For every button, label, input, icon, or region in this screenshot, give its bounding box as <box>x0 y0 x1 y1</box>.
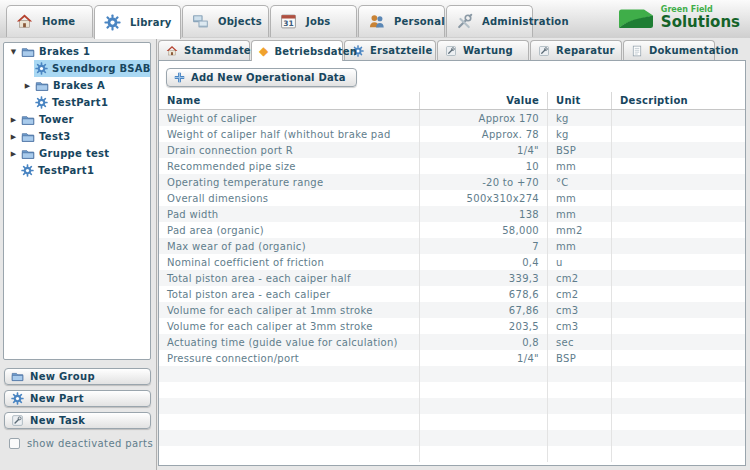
nav-tab-bar: HomeLibraryObjects31JobsPersonalAdminist… <box>6 5 534 39</box>
cell-name: Pad area (organic) <box>159 222 419 238</box>
new-part-button[interactable]: New Part <box>4 390 151 407</box>
greenfield-logo-icon <box>617 5 655 32</box>
cell-description <box>611 190 745 206</box>
expand-arrow-icon[interactable]: ▶ <box>7 116 20 124</box>
cell-description <box>611 158 745 174</box>
gear-icon <box>104 14 121 31</box>
new-task-button[interactable]: New Task <box>4 412 151 429</box>
cell-value: 500x310x274 <box>419 190 547 206</box>
nav-tab-objects[interactable]: Objects <box>182 5 269 37</box>
cell-unit: sec <box>547 334 611 350</box>
table-row[interactable]: Volume for each caliper at 3mm stroke203… <box>159 318 745 334</box>
cell-value <box>419 398 547 414</box>
cell-name: Total piston area - each caliper <box>159 286 419 302</box>
expand-arrow-icon[interactable]: ▶ <box>7 133 20 141</box>
tree-item-label: Test3 <box>39 131 70 142</box>
cell-unit: u <box>547 254 611 270</box>
column-header-description[interactable]: Description <box>611 92 745 109</box>
table-row[interactable]: Weight of caliperApprox 170kg <box>159 110 745 126</box>
tab-stammdaten[interactable]: Stammdaten <box>158 40 250 60</box>
tree-item-gruppe-test[interactable]: ▶Gruppe test <box>4 145 150 162</box>
tools-icon <box>456 13 473 30</box>
cell-name <box>159 398 419 414</box>
cell-value: 7 <box>419 238 547 254</box>
tree-item-label: TestPart1 <box>38 165 94 176</box>
show-deactivated-checkbox[interactable] <box>9 438 20 449</box>
tab-ersatzteile[interactable]: Ersatzteile <box>344 40 436 60</box>
table-row[interactable]: Pressure connection/port1/4"BSP <box>159 350 745 366</box>
tab-reparatur[interactable]: Reparatur <box>530 40 622 60</box>
tree-item-label: Gruppe test <box>39 148 109 159</box>
cell-description <box>611 206 745 222</box>
table-row[interactable]: Drain connection port R1/4"BSP <box>159 142 745 158</box>
nav-tab-label: Personal <box>394 16 445 27</box>
add-operational-data-button[interactable]: Add New Operational Data <box>166 68 357 87</box>
cell-description <box>611 446 745 462</box>
content-tab-bar: Stammdaten◆BetriebsdatenErsatzteileWartu… <box>158 40 716 61</box>
expand-arrow-icon[interactable]: ▶ <box>7 150 20 158</box>
table-body: Weight of caliperApprox 170kgWeight of c… <box>159 110 745 462</box>
table-row[interactable]: Volume for each caliper at 1mm stroke67,… <box>159 302 745 318</box>
tree-item-testpart1[interactable]: TestPart1 <box>4 162 150 179</box>
cell-description <box>611 222 745 238</box>
nav-tab-personal[interactable]: Personal <box>358 5 445 37</box>
cell-description <box>611 318 745 334</box>
cell-unit: mm <box>547 190 611 206</box>
tree-item-test3[interactable]: ▶Test3 <box>4 128 150 145</box>
cell-value: 0,4 <box>419 254 547 270</box>
nav-tab-label: Library <box>130 17 172 28</box>
tree-item-label: Brakes A <box>53 80 105 91</box>
cell-description <box>611 366 745 382</box>
table-row[interactable]: Operating temperature range-20 to +70°C <box>159 174 745 190</box>
tab-wartung[interactable]: Wartung <box>437 40 529 60</box>
tree-item-body: Brakes A <box>34 77 150 94</box>
tab-dokumentation[interactable]: Dokumentation <box>623 40 715 60</box>
tree-item-testpart1[interactable]: TestPart1 <box>4 94 150 111</box>
cell-name: Pressure connection/port <box>159 350 419 366</box>
tree-item-brakes-1[interactable]: ▼Brakes 1 <box>4 43 150 60</box>
tab-betriebsdaten[interactable]: ◆Betriebsdaten <box>251 40 343 61</box>
nav-tab-home[interactable]: Home <box>6 5 93 37</box>
tab-label: Wartung <box>463 45 513 56</box>
folder-icon <box>21 130 35 144</box>
task-icon <box>11 414 24 427</box>
column-header-unit[interactable]: Unit <box>547 92 611 109</box>
tree-item-label: Tower <box>39 114 74 125</box>
table-row[interactable]: Total piston area - each caliper678,6cm2 <box>159 286 745 302</box>
nav-tab-label: Jobs <box>306 16 331 27</box>
expand-arrow-icon[interactable]: ▶ <box>21 82 34 90</box>
column-header-name[interactable]: Name <box>159 92 419 109</box>
table-row[interactable]: Pad area (organic)58,000mm2 <box>159 222 745 238</box>
cell-value: 203,5 <box>419 318 547 334</box>
table-header: Name Value Unit Description <box>159 92 745 110</box>
table-row[interactable]: Weight of caliper half (whithout brake p… <box>159 126 745 142</box>
collapse-arrow-icon[interactable]: ▼ <box>7 48 20 56</box>
table-row[interactable]: Pad width138mm <box>159 206 745 222</box>
table-row[interactable]: Max wear of pad (organic)7mm <box>159 238 745 254</box>
column-header-value[interactable]: Value <box>419 92 547 109</box>
table-row[interactable]: Overall dimensions500x310x274mm <box>159 190 745 206</box>
tree-item-svendborg-bsab-120[interactable]: Svendborg BSAB 120 <box>4 60 150 77</box>
cell-name <box>159 382 419 398</box>
cell-unit <box>547 398 611 414</box>
table-row[interactable]: Total piston area - each caiper half339,… <box>159 270 745 286</box>
cell-value <box>419 430 547 446</box>
new-group-button[interactable]: New Group <box>4 368 151 385</box>
cell-name: Overall dimensions <box>159 190 419 206</box>
nav-tab-library[interactable]: Library <box>94 5 181 39</box>
table-row[interactable]: Nominal coefficient of friction0,4u <box>159 254 745 270</box>
cell-name: Pad width <box>159 206 419 222</box>
cell-unit: cm3 <box>547 318 611 334</box>
nav-tab-label: Objects <box>218 16 262 27</box>
tree-item-brakes-a[interactable]: ▶Brakes A <box>4 77 150 94</box>
nav-tab-jobs[interactable]: 31Jobs <box>270 5 357 37</box>
table-row[interactable]: Recommended pipe size10mm <box>159 158 745 174</box>
table-row[interactable]: Actuating time (guide value for calculat… <box>159 334 745 350</box>
cell-name: Recommended pipe size <box>159 158 419 174</box>
cell-description <box>611 238 745 254</box>
nav-tab-administration[interactable]: Administration <box>446 5 533 37</box>
show-deactivated-label: show deactivated parts <box>27 438 153 449</box>
tree-item-body: Brakes 1 <box>20 43 150 60</box>
cell-unit: mm <box>547 158 611 174</box>
tree-item-tower[interactable]: ▶Tower <box>4 111 150 128</box>
